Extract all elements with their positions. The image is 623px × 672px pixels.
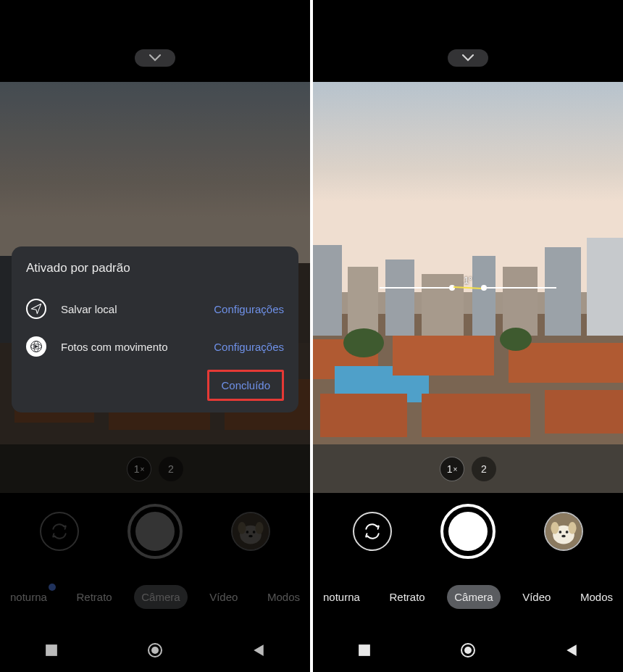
dialog-row-settings-link[interactable]: Configurações	[214, 341, 284, 353]
zoom-2-label: 2	[168, 463, 174, 475]
zoom-2-label: 2	[481, 463, 487, 475]
android-nav-bar	[0, 629, 310, 672]
svg-rect-43	[509, 343, 623, 383]
zoom-1x-mult: ×	[453, 465, 457, 473]
zoom-2-chip[interactable]: 2	[159, 457, 183, 481]
mode-video[interactable]: Vídeo	[515, 585, 558, 609]
dialog-done-button[interactable]: Concluído	[207, 370, 284, 401]
svg-point-24	[151, 647, 159, 654]
back-triangle-icon	[565, 644, 578, 657]
level-arm-left	[380, 287, 452, 289]
svg-point-48	[343, 328, 384, 357]
dim-overlay-controls	[0, 493, 310, 628]
svg-point-54	[559, 531, 561, 534]
screen-left: 1× 2	[0, 0, 310, 672]
nav-home-button[interactable]	[147, 642, 163, 658]
svg-rect-35	[422, 274, 464, 336]
dialog-row-label: Salvar local	[61, 303, 199, 315]
zoom-selector: 1× 2	[124, 454, 186, 484]
shutter-inner	[448, 512, 488, 551]
nav-recents-button[interactable]	[45, 644, 58, 657]
zoom-selector: 1× 2	[437, 454, 499, 484]
dialog-row-save-location: Salvar local Configurações	[26, 290, 284, 328]
zoom-1x-label: 1	[134, 463, 140, 475]
svg-rect-44	[320, 394, 407, 437]
svg-rect-37	[503, 267, 538, 336]
quick-settings-pill[interactable]	[448, 49, 488, 67]
mode-noturna[interactable]: noturna	[316, 585, 367, 609]
camera-controls-row	[313, 493, 623, 569]
home-circle-icon	[147, 642, 163, 658]
svg-rect-46	[545, 390, 623, 434]
dialog-row-settings-link[interactable]: Configurações	[214, 303, 284, 315]
svg-rect-22	[46, 644, 57, 656]
mode-modos[interactable]: Modos	[573, 585, 620, 609]
square-icon	[358, 644, 371, 657]
svg-point-55	[565, 531, 568, 534]
dialog-row-motion-photos: Fotos com movimento Configurações	[26, 328, 284, 365]
svg-point-49	[500, 328, 532, 351]
square-icon	[45, 644, 58, 657]
mode-camera[interactable]: Câmera	[447, 585, 500, 609]
dialog-title: Ativado por padrão	[26, 261, 284, 275]
chevron-down-icon	[149, 54, 161, 62]
svg-rect-34	[385, 260, 414, 336]
back-triangle-icon	[252, 644, 265, 657]
quick-settings-pill[interactable]	[135, 49, 175, 67]
svg-point-59	[464, 647, 472, 654]
screen-right: 1° 1× 2	[313, 0, 623, 672]
level-degree-label: 1°	[464, 275, 472, 286]
dialog-row-label: Fotos com movimento	[61, 341, 199, 353]
level-arm-right	[484, 287, 556, 289]
dialog-footer: Concluído	[26, 370, 284, 401]
level-indicator: 1°	[380, 287, 556, 289]
nav-back-button[interactable]	[565, 644, 578, 657]
svg-rect-36	[472, 256, 496, 336]
zoom-2-chip[interactable]: 2	[472, 457, 496, 481]
motion-globe-icon	[26, 336, 46, 357]
svg-point-53	[568, 522, 576, 534]
svg-point-56	[561, 534, 566, 537]
nav-home-button[interactable]	[460, 642, 476, 658]
zoom-1x-label: 1	[447, 463, 453, 475]
svg-rect-39	[587, 238, 623, 336]
svg-rect-32	[313, 245, 342, 336]
home-circle-icon	[460, 642, 476, 658]
chevron-down-icon	[462, 54, 474, 62]
flip-camera-icon	[363, 522, 382, 541]
shutter-button[interactable]	[440, 504, 496, 559]
zoom-1x-mult: ×	[140, 465, 144, 473]
android-nav-bar	[313, 629, 623, 672]
svg-rect-38	[545, 247, 581, 336]
gallery-thumb-icon	[545, 513, 582, 549]
camera-viewfinder[interactable]: 1° 1× 2	[313, 82, 623, 493]
svg-point-52	[551, 522, 559, 534]
mode-retrato[interactable]: Retrato	[382, 585, 432, 609]
gallery-last-photo-button[interactable]	[544, 512, 583, 551]
switch-camera-button[interactable]	[353, 512, 392, 551]
paper-plane-icon	[26, 299, 46, 319]
svg-rect-45	[422, 394, 530, 437]
camera-mode-row: noturna Retrato Câmera Vídeo Modos	[313, 573, 623, 621]
zoom-1x-chip[interactable]: 1×	[440, 457, 464, 481]
nav-recents-button[interactable]	[358, 644, 371, 657]
zoom-1x-chip[interactable]: 1×	[127, 457, 151, 481]
nav-back-button[interactable]	[252, 644, 265, 657]
enabled-by-default-dialog: Ativado por padrão Salvar local Configur…	[12, 246, 298, 412]
svg-rect-33	[348, 267, 378, 336]
svg-rect-57	[359, 644, 370, 656]
svg-rect-42	[393, 336, 494, 376]
